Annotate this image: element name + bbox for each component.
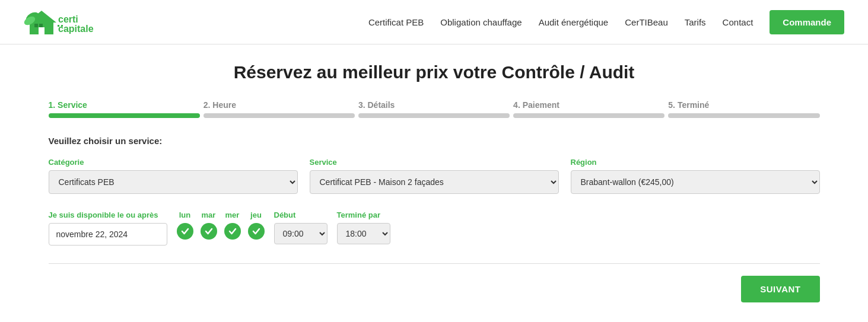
termine-label: Terminé par: [337, 211, 390, 219]
service-select[interactable]: Certificat PEB - Maison 2 façades: [310, 170, 559, 194]
step-2-label: 2. Heure: [204, 100, 355, 110]
svg-rect-7: [58, 25, 59, 27]
date-input[interactable]: [49, 223, 167, 246]
days-labels: lun mar mer jeu: [177, 211, 265, 219]
svg-rect-8: [61, 25, 63, 27]
debut-group: Début 09:00 10:00 11:00 12:00: [274, 211, 328, 244]
step-3-bar: [358, 113, 510, 118]
svg-text:capitale: capitale: [58, 24, 94, 34]
day-check-mar[interactable]: [201, 223, 217, 240]
debut-select[interactable]: 09:00 10:00 11:00 12:00: [274, 223, 328, 244]
svg-rect-1: [34, 24, 38, 27]
commande-button[interactable]: Commande: [770, 10, 844, 34]
step-5-label: 5. Terminé: [668, 100, 819, 110]
day-label-mar: mar: [201, 211, 217, 219]
svg-text:certi: certi: [58, 14, 78, 24]
step-1: 1. Service: [49, 100, 200, 118]
availability-label: Je suis disponible le ou après: [49, 211, 167, 219]
date-group: Je suis disponible le ou après: [49, 211, 167, 246]
step-3: 3. Détails: [358, 100, 510, 118]
service-group: Service Certificat PEB - Maison 2 façade…: [310, 158, 559, 194]
termine-select[interactable]: 12:00 13:00 14:00 15:00 16:00 17:00 18:0…: [337, 223, 390, 244]
categorie-group: Catégorie Certificats PEB: [49, 158, 298, 194]
debut-label: Début: [274, 211, 328, 219]
logo[interactable]: certi capitale: [24, 6, 119, 39]
days-group: lun mar mer jeu: [177, 211, 265, 240]
bottom-row: SUIVANT: [49, 276, 820, 302]
step-4: 4. Paiement: [513, 100, 664, 118]
nav-contact[interactable]: Contact: [723, 17, 753, 27]
nav-audit-energetique[interactable]: Audit énergétique: [539, 17, 609, 27]
availability-row: Je suis disponible le ou après lun mar m…: [49, 211, 820, 246]
step-2-bar: [204, 113, 355, 118]
day-label-mer: mer: [224, 211, 241, 219]
main-nav: Certificat PEB Obligation chauffage Audi…: [368, 10, 844, 34]
nav-certibeau[interactable]: CerTIBeau: [625, 17, 668, 27]
nav-tarifs[interactable]: Tarifs: [685, 17, 706, 27]
step-1-bar: [49, 113, 200, 118]
page-title: Réservez au meilleur prix votre Contrôle…: [49, 62, 820, 82]
service-label: Service: [310, 158, 559, 167]
region-group: Région Brabant-wallon (€245,00): [571, 158, 820, 194]
section-title: Veuillez choisir un service:: [49, 136, 820, 146]
region-select[interactable]: Brabant-wallon (€245,00): [571, 170, 820, 194]
step-4-label: 4. Paiement: [513, 100, 664, 110]
dropdowns-row: Catégorie Certificats PEB Service Certif…: [49, 158, 820, 194]
categorie-label: Catégorie: [49, 158, 298, 167]
day-label-lun: lun: [177, 211, 193, 219]
step-5-bar: [668, 113, 819, 118]
day-check-lun[interactable]: [177, 223, 193, 240]
step-4-bar: [513, 113, 664, 118]
day-icons: [177, 223, 265, 240]
day-check-jeu[interactable]: [248, 223, 265, 240]
suivant-button[interactable]: SUIVANT: [741, 276, 819, 302]
nav-obligation-chauffage[interactable]: Obligation chauffage: [440, 17, 522, 27]
step-5: 5. Terminé: [668, 100, 819, 118]
svg-rect-2: [39, 24, 43, 27]
day-label-jeu: jeu: [248, 211, 265, 219]
steps-container: 1. Service 2. Heure 3. Détails 4. Paieme…: [49, 100, 820, 118]
termine-group: Terminé par 12:00 13:00 14:00 15:00 16:0…: [337, 211, 390, 244]
step-2: 2. Heure: [204, 100, 355, 118]
categorie-select[interactable]: Certificats PEB: [49, 170, 298, 194]
section-divider: [49, 263, 820, 264]
step-3-label: 3. Détails: [358, 100, 510, 110]
region-label: Région: [571, 158, 820, 167]
day-check-mer[interactable]: [224, 223, 241, 240]
step-1-label: 1. Service: [49, 100, 200, 110]
nav-certificat-peb[interactable]: Certificat PEB: [368, 17, 424, 27]
